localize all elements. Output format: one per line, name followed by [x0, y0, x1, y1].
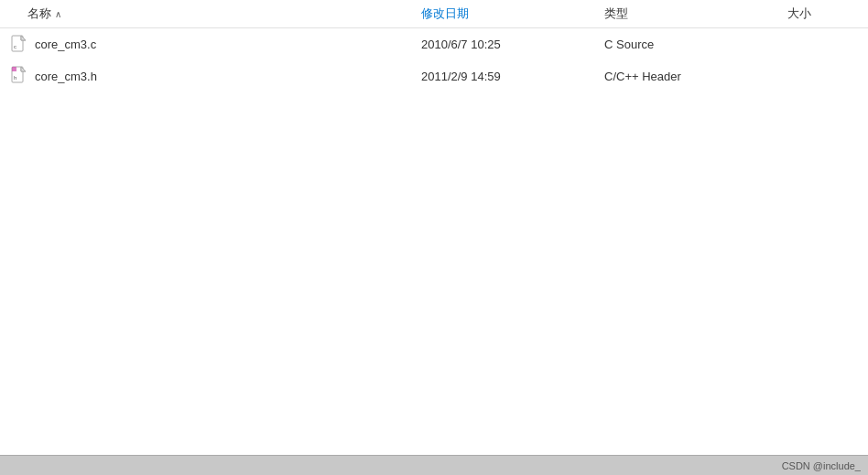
- svg-text:h: h: [14, 75, 16, 81]
- file-explorer: 名称 ∧ 修改日期 类型 大小 c: [0, 0, 868, 475]
- file-type: C Source: [604, 38, 787, 51]
- watermark: CSDN @include_: [782, 460, 861, 471]
- file-name: core_cm3.c: [35, 38, 96, 51]
- svg-marker-4: [21, 67, 26, 71]
- file-type: C/C++ Header: [604, 70, 787, 83]
- file-name-cell: c core_cm3.c: [0, 35, 421, 53]
- table-row[interactable]: c core_cm3.c 2010/6/7 10:25 C Source: [0, 28, 868, 59]
- svg-rect-5: [12, 67, 16, 71]
- col-name-header[interactable]: 名称 ∧: [0, 5, 421, 22]
- col-date-header[interactable]: 修改日期: [421, 5, 604, 22]
- file-name-cell: h core_cm3.h: [0, 66, 421, 87]
- svg-marker-1: [21, 36, 26, 40]
- file-list: c core_cm3.c 2010/6/7 10:25 C Source: [0, 28, 868, 455]
- c-file-icon: c: [11, 35, 27, 53]
- file-date: 2010/6/7 10:25: [421, 38, 604, 51]
- file-name: core_cm3.h: [35, 70, 97, 83]
- column-header: 名称 ∧ 修改日期 类型 大小: [0, 0, 868, 28]
- col-name-label: 名称: [27, 5, 51, 22]
- file-date: 2011/2/9 14:59: [421, 70, 604, 83]
- sort-indicator: ∧: [55, 9, 61, 19]
- bottom-bar: CSDN @include_: [0, 455, 868, 475]
- col-type-header[interactable]: 类型: [604, 5, 787, 22]
- svg-text:c: c: [14, 44, 16, 49]
- col-size-header[interactable]: 大小: [787, 5, 868, 22]
- h-file-icon: h: [11, 66, 27, 87]
- table-row[interactable]: h core_cm3.h 2011/2/9 14:59 C/C++ Header: [0, 59, 868, 93]
